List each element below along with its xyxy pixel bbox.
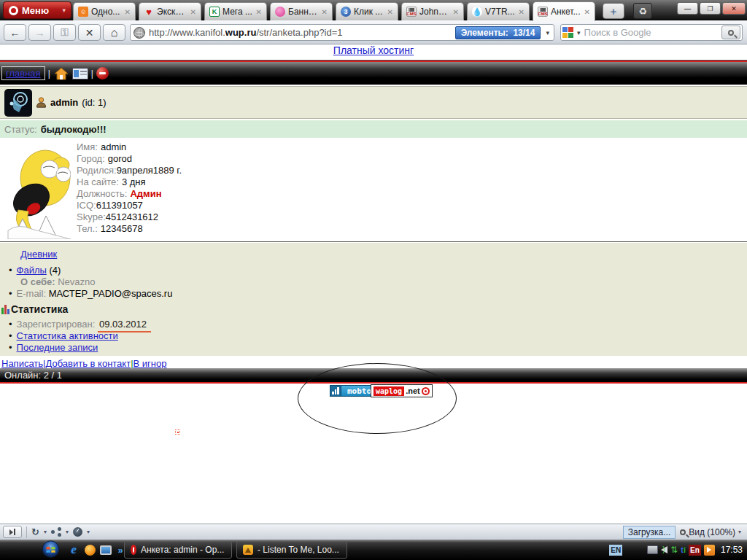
tab-exclusive[interactable]: ♥ Экскл... ✕ xyxy=(139,2,201,20)
volume-tray-icon[interactable] xyxy=(661,546,667,553)
tab-close-icon[interactable]: ✕ xyxy=(584,8,590,16)
elements-dropdown-icon[interactable]: ▾ xyxy=(544,29,551,36)
quick-launch-ie-button[interactable]: e xyxy=(67,543,80,556)
opera-menu-button[interactable]: Меню ▾ xyxy=(3,1,71,19)
tab-close-icon[interactable]: ✕ xyxy=(125,8,131,16)
files-link[interactable]: Файлы xyxy=(17,265,47,276)
elements-badge[interactable]: Элементы: 13/14 xyxy=(455,26,541,39)
paid-hosting-link[interactable]: Платный хостинг xyxy=(333,44,414,56)
tab-anketa-active[interactable]: CMS Анкет... ✕ xyxy=(533,1,595,21)
tab-close-icon[interactable]: ✕ xyxy=(256,8,262,16)
email-label: E-mail: xyxy=(17,288,46,299)
add-contact-link[interactable]: Добавить в контакт xyxy=(45,358,131,369)
bar-icon xyxy=(14,529,15,535)
action-links: Написать|Добавить в контакт|В игнор xyxy=(1,358,166,369)
tab-banner[interactable]: Банне... ✕ xyxy=(270,2,333,20)
counter-ring-icon xyxy=(422,387,430,395)
diary-link[interactable]: Дневник xyxy=(20,249,57,260)
bullet-icon: • xyxy=(9,319,12,330)
unite-share-icon[interactable] xyxy=(51,527,61,537)
tab-mega[interactable]: K Мега ... ✕ xyxy=(204,2,267,20)
tab-johnc[interactable]: CMS JohnC... ✕ xyxy=(401,2,464,20)
profile-photo[interactable] xyxy=(4,140,71,239)
stats-header: Статистика xyxy=(1,303,68,315)
url-suffix: /str/anketa.php?id=1 xyxy=(256,27,342,38)
field-label: Город: xyxy=(77,153,105,164)
punto-language-indicator[interactable]: En xyxy=(689,545,701,556)
tab-klik[interactable]: 3 Клик ... ✕ xyxy=(336,2,398,20)
network-tray-icon[interactable] xyxy=(647,545,658,554)
ignore-link[interactable]: В игнор xyxy=(133,358,167,369)
tab-odnoklassniki[interactable]: ☺ Одно... ✕ xyxy=(73,2,136,20)
activity-stats-link[interactable]: Статистика активности xyxy=(17,330,118,341)
language-indicator[interactable]: EN xyxy=(609,545,622,556)
stop-button[interactable]: ✕ xyxy=(78,24,101,41)
forward-button[interactable]: → xyxy=(28,24,51,41)
taskbar-clock[interactable]: 17:53 xyxy=(718,545,746,555)
view-zoom-control[interactable]: Вид (100%) ▾ xyxy=(680,527,744,537)
view-zoom-label: Вид (100%) xyxy=(689,527,735,537)
unite-dropdown-icon[interactable]: ▾ xyxy=(66,529,69,535)
quick-launch-orange-button[interactable] xyxy=(83,543,96,556)
search-engine-dropdown-icon[interactable]: ▾ xyxy=(576,29,582,36)
task-label: - Listen To Me, Loo... xyxy=(258,545,339,555)
turbo-gauge-icon[interactable] xyxy=(73,527,82,537)
taskbar-button-opera[interactable]: Анкета: admin - Op... xyxy=(124,541,232,559)
separator xyxy=(26,526,27,538)
turbo-dropdown-icon[interactable]: ▾ xyxy=(87,529,90,535)
user-status-bar: Статус: быдлокодю!!! xyxy=(0,120,747,138)
forward-arrow-icon: → xyxy=(35,27,45,39)
tab-v7tr[interactable]: 💧 V7TR... ✕ xyxy=(467,2,530,20)
tab-bar: Меню ▾ ☺ Одно... ✕ ♥ Экскл... ✕ K Мега .… xyxy=(0,0,747,20)
profile-row: Skype:4512431612 xyxy=(77,211,158,223)
new-tab-button[interactable]: + xyxy=(603,3,624,19)
search-go-button[interactable] xyxy=(721,26,740,39)
screen: Меню ▾ ☺ Одно... ✕ ♥ Экскл... ✕ K Мега .… xyxy=(0,0,747,560)
tab-close-icon[interactable]: ✕ xyxy=(387,8,393,16)
field-label: Тел.: xyxy=(77,223,98,234)
window-close-button[interactable]: ✕ xyxy=(722,2,746,15)
nav-home-icon-button[interactable] xyxy=(53,66,69,81)
tab-label: V7TR... xyxy=(485,7,515,17)
waplog-banner[interactable]: waplog.net xyxy=(371,384,433,397)
window-restore-button[interactable]: ❐ xyxy=(700,2,721,15)
last-posts-link[interactable]: Последние записи xyxy=(17,342,98,353)
home-icon: ⌂ xyxy=(111,26,118,39)
nav-profile-card-button[interactable] xyxy=(72,66,88,81)
closed-tabs-trash-button[interactable]: ♻ xyxy=(633,3,652,19)
field-value: 9апреля1889 г. xyxy=(117,165,182,176)
url-field[interactable]: http://www.kanifol.wup.ru/str/anketa.php… xyxy=(130,24,554,41)
trash-icon: ♻ xyxy=(638,6,647,17)
back-button[interactable]: ← xyxy=(4,24,26,41)
avatar[interactable] xyxy=(4,89,32,117)
tab-close-icon[interactable]: ✕ xyxy=(322,8,328,16)
nav-home-link[interactable]: главная xyxy=(1,66,45,80)
write-message-link[interactable]: Написать xyxy=(1,358,43,369)
profile-row: На сайте:3 дня xyxy=(77,176,146,188)
start-button[interactable] xyxy=(40,540,61,560)
rewind-button[interactable]: ⚿ xyxy=(53,24,76,41)
google-icon[interactable] xyxy=(562,27,573,38)
field-value-admin: Админ xyxy=(130,188,161,199)
tab-close-icon[interactable]: ✕ xyxy=(453,8,459,16)
user-name[interactable]: admin xyxy=(50,97,78,108)
messenger-tray-icon[interactable]: ti xyxy=(681,545,686,554)
window-minimize-button[interactable]: — xyxy=(677,2,698,15)
update-tray-icon[interactable]: ⇅ xyxy=(670,545,678,555)
tab-close-icon[interactable]: ✕ xyxy=(190,8,196,16)
zoom-icon xyxy=(680,529,686,535)
sync-dropdown-icon[interactable]: ▾ xyxy=(44,529,47,535)
loading-button[interactable]: Загрузка... xyxy=(623,526,676,539)
panels-toggle-button[interactable] xyxy=(3,526,22,538)
quick-launch-desktop-button[interactable] xyxy=(99,543,112,556)
home-button[interactable]: ⌂ xyxy=(103,24,125,41)
search-input[interactable] xyxy=(584,27,719,38)
opera-logo-icon xyxy=(9,6,18,15)
menu-label: Меню xyxy=(22,5,49,16)
sync-icon[interactable]: ↻ xyxy=(31,526,39,537)
nav-logout-button[interactable] xyxy=(96,67,109,79)
player-tray-icon[interactable] xyxy=(704,545,715,556)
minus-icon xyxy=(99,72,106,74)
taskbar-button-player[interactable]: - Listen To Me, Loo... xyxy=(236,541,347,559)
tab-close-icon[interactable]: ✕ xyxy=(519,8,525,16)
